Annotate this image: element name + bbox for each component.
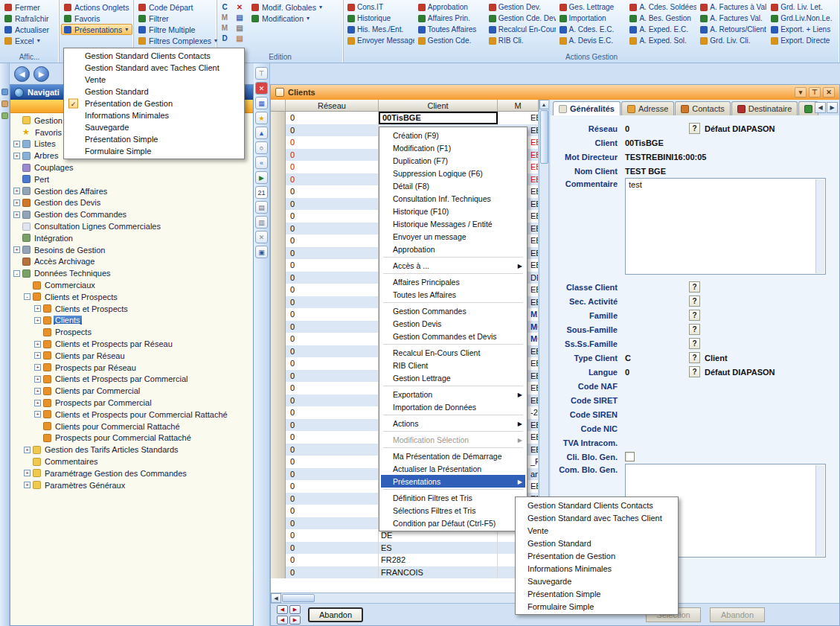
cell-reseau[interactable]: 0 — [286, 234, 379, 247]
tree-item[interactable]: Consultation Lignes Commerciales — [10, 220, 253, 232]
row-selector[interactable] — [271, 554, 286, 566]
menu-item[interactable]: Gestion Commandes — [381, 304, 525, 317]
row-selector[interactable] — [271, 247, 286, 260]
menu-item[interactable]: Gestion Standard Clients Contacts — [517, 499, 676, 511]
scroll-up-icon[interactable]: ▲ — [539, 100, 549, 109]
column-header-selector[interactable] — [271, 100, 286, 111]
tree-expand-icon[interactable]: + — [34, 364, 41, 371]
cell-reseau[interactable]: 0 — [286, 333, 379, 345]
menu-item[interactable]: Approbation — [381, 243, 525, 255]
ribbon-item[interactable]: A. Devis E.C. — [557, 35, 626, 46]
cell-reseau[interactable]: 0 — [286, 210, 379, 223]
cell-reseau[interactable]: 0 — [286, 308, 379, 321]
tab-scroll-left-icon[interactable]: ◀ — [815, 102, 826, 113]
horizontal-scrollbar[interactable]: ◀ ▶ — [271, 593, 539, 603]
tree-item[interactable]: +Clients — [10, 315, 253, 327]
tree-item[interactable]: +Clients et Prospects pour Commercial Ra… — [10, 409, 253, 421]
scrollbar-thumb-vertical[interactable] — [540, 110, 548, 164]
cell-client[interactable]: FR282 — [379, 554, 498, 566]
tab-scroll-right-icon[interactable]: ▶ — [827, 102, 838, 113]
tree-item[interactable]: +Prospects par Réseau — [10, 362, 253, 374]
menu-item[interactable]: Présentation Simple — [517, 587, 676, 600]
ribbon-item[interactable]: Toutes Affaires — [416, 24, 485, 35]
cell-reseau[interactable]: 0 — [286, 542, 379, 555]
menu-item[interactable]: Informations Minimales — [517, 562, 676, 575]
ribbon-item[interactable]: Filtres Complexes▾ — [135, 35, 220, 46]
tree-item[interactable]: +Gestion des Tarifs Articles Standards — [10, 444, 253, 456]
row-selector[interactable] — [271, 395, 286, 407]
table-row[interactable]: 0ESEBIN — [271, 542, 539, 555]
cell-reseau[interactable]: 0 — [286, 554, 379, 566]
cell-reseau[interactable]: 0 — [286, 529, 379, 542]
tree-item[interactable]: Intégration — [10, 232, 253, 244]
tree-item[interactable]: +Prospects par Commercial — [10, 397, 253, 409]
menu-item[interactable]: Gestion Lettrage — [381, 371, 525, 384]
menu-item[interactable]: Gestion Standard — [517, 537, 676, 549]
menu-item[interactable]: Envoyer un message — [381, 230, 525, 243]
clear-icon[interactable]: ✕ — [255, 231, 268, 243]
menu-item[interactable]: Gestion Devis — [381, 317, 525, 330]
pin-window-button[interactable]: ⊤ — [809, 87, 821, 98]
tree-item[interactable]: +Gestion des Devis — [10, 197, 253, 209]
cell-reseau[interactable]: 0 — [286, 223, 379, 235]
tab-contacts[interactable]: Contacts — [675, 101, 730, 115]
menu-item[interactable]: Recalcul En-Cours Client — [381, 346, 525, 359]
ribbon-item[interactable]: A. Exped. E.C. — [627, 24, 696, 35]
column-header-Réseau[interactable]: Réseau — [286, 100, 379, 111]
tab-généralités[interactable]: Généralités — [553, 101, 621, 115]
menu-item[interactable]: Formulaire Simple — [517, 600, 676, 613]
menu-item[interactable]: Suppression Logique (F6) — [381, 167, 525, 179]
row-selector[interactable] — [271, 161, 286, 173]
ribbon-icon-button[interactable]: ▤ — [234, 22, 246, 33]
tree-expand-icon[interactable]: + — [34, 400, 41, 406]
tree-item[interactable]: +Paramètres Généraux — [10, 479, 253, 491]
row-selector[interactable] — [271, 419, 286, 432]
cell-reseau[interactable]: 0 — [286, 198, 379, 211]
menu-item[interactable]: Importation de Données — [381, 400, 525, 413]
tree-expand-icon[interactable]: + — [13, 199, 20, 206]
table-row[interactable]: 0FR282TESTI — [271, 554, 539, 566]
tree-expand-icon[interactable]: + — [13, 141, 20, 147]
ribbon-icon-button[interactable]: ▤ — [234, 12, 246, 22]
tree-expand-icon[interactable]: + — [24, 470, 31, 476]
row-selector[interactable] — [271, 529, 286, 542]
cell-reseau[interactable]: 0 — [286, 395, 379, 407]
menu-item[interactable]: Historique Messages / Entité — [381, 217, 525, 230]
ribbon-item[interactable]: Grd. Liv. Let. — [769, 1, 838, 13]
ribbon-item[interactable]: Approbation — [416, 1, 485, 13]
menu-item[interactable]: Accès à ...▶ — [381, 259, 525, 272]
cell-reseau[interactable]: 0 — [286, 406, 379, 419]
menu-item[interactable]: Consultation Inf. Techniques — [381, 192, 525, 205]
cell-reseau[interactable]: 0 — [286, 149, 379, 162]
tab-destinataire[interactable]: Destinataire — [731, 101, 798, 115]
close-window-button[interactable]: ✕ — [823, 87, 835, 98]
menu-item[interactable]: Gestion Standard avec Taches Client — [65, 62, 243, 74]
ribbon-item[interactable]: Recalcul En-Cours — [487, 24, 556, 35]
ribbon-item[interactable]: Favoris — [61, 13, 132, 24]
ribbon-item[interactable]: Actions Onglets — [61, 1, 132, 13]
tab-adresse[interactable]: Adresse — [621, 101, 674, 115]
menu-item[interactable]: Gestion Standard avec Taches Client — [517, 511, 676, 524]
layout-icon[interactable]: ▤ — [255, 201, 268, 214]
cell-client[interactable]: ES — [379, 542, 498, 555]
ribbon-icon-button[interactable]: C — [219, 1, 231, 12]
row-selector[interactable] — [271, 296, 286, 309]
collapse-window-button[interactable]: ▾ — [795, 87, 807, 98]
row-selector[interactable] — [271, 272, 286, 284]
cell-reseau[interactable]: 0 — [286, 284, 379, 296]
menu-item[interactable]: Gestion Commandes et Devis — [381, 330, 525, 342]
layout2-icon[interactable]: ▥ — [255, 216, 268, 229]
menu-item[interactable]: Définition Filtres et Tris — [381, 491, 525, 504]
help-button[interactable]: ? — [689, 123, 700, 134]
menu-item[interactable]: Présentation de Gestion — [517, 549, 676, 562]
tree-expand-icon[interactable]: - — [13, 270, 20, 277]
cell-reseau[interactable]: 0 — [286, 185, 379, 198]
ribbon-item[interactable]: Affaires Prin. — [416, 13, 485, 24]
textarea-scrollbar[interactable] — [815, 465, 824, 556]
tree-item[interactable]: +Clients et Prospects par Commercial — [10, 374, 253, 386]
menu-item[interactable]: Exportation▶ — [381, 388, 525, 400]
pin-icon[interactable]: ⊤ — [255, 67, 268, 80]
help-button[interactable]: ? — [689, 324, 700, 335]
play-icon[interactable]: ▶ — [255, 171, 268, 184]
tree-item[interactable]: +Besoins de Gestion — [10, 244, 253, 256]
